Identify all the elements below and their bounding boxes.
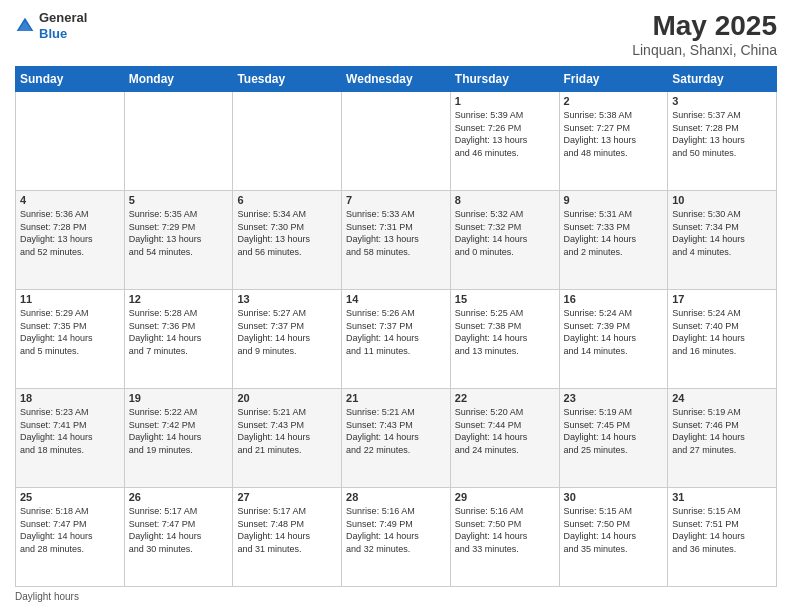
calendar-day-cell: 28Sunrise: 5:16 AM Sunset: 7:49 PM Dayli… [342,488,451,587]
calendar-day-cell: 13Sunrise: 5:27 AM Sunset: 7:37 PM Dayli… [233,290,342,389]
calendar-day-cell: 3Sunrise: 5:37 AM Sunset: 7:28 PM Daylig… [668,92,777,191]
day-number: 11 [20,293,120,305]
calendar-day-cell: 10Sunrise: 5:30 AM Sunset: 7:34 PM Dayli… [668,191,777,290]
day-info: Sunrise: 5:19 AM Sunset: 7:46 PM Dayligh… [672,406,772,456]
day-info: Sunrise: 5:24 AM Sunset: 7:40 PM Dayligh… [672,307,772,357]
day-info: Sunrise: 5:32 AM Sunset: 7:32 PM Dayligh… [455,208,555,258]
day-number: 12 [129,293,229,305]
day-number: 22 [455,392,555,404]
day-number: 30 [564,491,664,503]
logo-icon [15,16,35,36]
day-number: 16 [564,293,664,305]
day-info: Sunrise: 5:20 AM Sunset: 7:44 PM Dayligh… [455,406,555,456]
calendar-day-cell: 22Sunrise: 5:20 AM Sunset: 7:44 PM Dayli… [450,389,559,488]
calendar-header-cell: Sunday [16,67,125,92]
subtitle: Linquan, Shanxi, China [632,42,777,58]
calendar-day-cell: 18Sunrise: 5:23 AM Sunset: 7:41 PM Dayli… [16,389,125,488]
day-info: Sunrise: 5:21 AM Sunset: 7:43 PM Dayligh… [237,406,337,456]
calendar-day-cell: 8Sunrise: 5:32 AM Sunset: 7:32 PM Daylig… [450,191,559,290]
logo-blue: Blue [39,26,87,42]
logo-text: General Blue [39,10,87,41]
calendar-header-cell: Tuesday [233,67,342,92]
calendar-day-cell: 31Sunrise: 5:15 AM Sunset: 7:51 PM Dayli… [668,488,777,587]
day-number: 15 [455,293,555,305]
calendar-table: SundayMondayTuesdayWednesdayThursdayFrid… [15,66,777,587]
day-info: Sunrise: 5:15 AM Sunset: 7:51 PM Dayligh… [672,505,772,555]
calendar-day-cell: 25Sunrise: 5:18 AM Sunset: 7:47 PM Dayli… [16,488,125,587]
day-number: 24 [672,392,772,404]
calendar-day-cell: 29Sunrise: 5:16 AM Sunset: 7:50 PM Dayli… [450,488,559,587]
day-number: 19 [129,392,229,404]
day-number: 8 [455,194,555,206]
day-info: Sunrise: 5:16 AM Sunset: 7:50 PM Dayligh… [455,505,555,555]
day-number: 9 [564,194,664,206]
day-info: Sunrise: 5:26 AM Sunset: 7:37 PM Dayligh… [346,307,446,357]
calendar-day-cell [124,92,233,191]
calendar-day-cell: 12Sunrise: 5:28 AM Sunset: 7:36 PM Dayli… [124,290,233,389]
day-info: Sunrise: 5:38 AM Sunset: 7:27 PM Dayligh… [564,109,664,159]
calendar-day-cell: 6Sunrise: 5:34 AM Sunset: 7:30 PM Daylig… [233,191,342,290]
calendar-week-row: 4Sunrise: 5:36 AM Sunset: 7:28 PM Daylig… [16,191,777,290]
daylight-label: Daylight hours [15,591,79,602]
day-number: 10 [672,194,772,206]
calendar-day-cell: 14Sunrise: 5:26 AM Sunset: 7:37 PM Dayli… [342,290,451,389]
calendar-day-cell: 21Sunrise: 5:21 AM Sunset: 7:43 PM Dayli… [342,389,451,488]
calendar-day-cell: 5Sunrise: 5:35 AM Sunset: 7:29 PM Daylig… [124,191,233,290]
calendar-day-cell: 7Sunrise: 5:33 AM Sunset: 7:31 PM Daylig… [342,191,451,290]
calendar-day-cell: 30Sunrise: 5:15 AM Sunset: 7:50 PM Dayli… [559,488,668,587]
calendar-day-cell: 4Sunrise: 5:36 AM Sunset: 7:28 PM Daylig… [16,191,125,290]
day-number: 20 [237,392,337,404]
day-info: Sunrise: 5:17 AM Sunset: 7:47 PM Dayligh… [129,505,229,555]
calendar-week-row: 11Sunrise: 5:29 AM Sunset: 7:35 PM Dayli… [16,290,777,389]
calendar-day-cell [16,92,125,191]
calendar-day-cell: 16Sunrise: 5:24 AM Sunset: 7:39 PM Dayli… [559,290,668,389]
calendar-day-cell: 2Sunrise: 5:38 AM Sunset: 7:27 PM Daylig… [559,92,668,191]
calendar-day-cell: 23Sunrise: 5:19 AM Sunset: 7:45 PM Dayli… [559,389,668,488]
day-number: 4 [20,194,120,206]
calendar-day-cell: 27Sunrise: 5:17 AM Sunset: 7:48 PM Dayli… [233,488,342,587]
day-info: Sunrise: 5:36 AM Sunset: 7:28 PM Dayligh… [20,208,120,258]
day-number: 23 [564,392,664,404]
calendar-week-row: 25Sunrise: 5:18 AM Sunset: 7:47 PM Dayli… [16,488,777,587]
day-number: 6 [237,194,337,206]
day-info: Sunrise: 5:33 AM Sunset: 7:31 PM Dayligh… [346,208,446,258]
day-number: 31 [672,491,772,503]
day-info: Sunrise: 5:21 AM Sunset: 7:43 PM Dayligh… [346,406,446,456]
day-number: 21 [346,392,446,404]
header: General Blue May 2025 Linquan, Shanxi, C… [15,10,777,58]
day-number: 2 [564,95,664,107]
calendar-day-cell: 9Sunrise: 5:31 AM Sunset: 7:33 PM Daylig… [559,191,668,290]
calendar-header-cell: Wednesday [342,67,451,92]
footer: Daylight hours [15,591,777,602]
calendar-header-cell: Monday [124,67,233,92]
calendar-week-row: 18Sunrise: 5:23 AM Sunset: 7:41 PM Dayli… [16,389,777,488]
day-info: Sunrise: 5:31 AM Sunset: 7:33 PM Dayligh… [564,208,664,258]
main-title: May 2025 [632,10,777,42]
calendar-day-cell: 17Sunrise: 5:24 AM Sunset: 7:40 PM Dayli… [668,290,777,389]
day-number: 3 [672,95,772,107]
calendar-week-row: 1Sunrise: 5:39 AM Sunset: 7:26 PM Daylig… [16,92,777,191]
day-number: 28 [346,491,446,503]
calendar-day-cell: 1Sunrise: 5:39 AM Sunset: 7:26 PM Daylig… [450,92,559,191]
day-info: Sunrise: 5:17 AM Sunset: 7:48 PM Dayligh… [237,505,337,555]
calendar-day-cell [342,92,451,191]
day-info: Sunrise: 5:23 AM Sunset: 7:41 PM Dayligh… [20,406,120,456]
day-info: Sunrise: 5:35 AM Sunset: 7:29 PM Dayligh… [129,208,229,258]
day-info: Sunrise: 5:16 AM Sunset: 7:49 PM Dayligh… [346,505,446,555]
calendar-day-cell: 20Sunrise: 5:21 AM Sunset: 7:43 PM Dayli… [233,389,342,488]
day-info: Sunrise: 5:37 AM Sunset: 7:28 PM Dayligh… [672,109,772,159]
calendar-header-cell: Saturday [668,67,777,92]
day-number: 26 [129,491,229,503]
day-number: 13 [237,293,337,305]
logo: General Blue [15,10,87,41]
day-info: Sunrise: 5:22 AM Sunset: 7:42 PM Dayligh… [129,406,229,456]
title-block: May 2025 Linquan, Shanxi, China [632,10,777,58]
day-info: Sunrise: 5:28 AM Sunset: 7:36 PM Dayligh… [129,307,229,357]
day-number: 14 [346,293,446,305]
calendar-day-cell: 15Sunrise: 5:25 AM Sunset: 7:38 PM Dayli… [450,290,559,389]
day-number: 18 [20,392,120,404]
day-info: Sunrise: 5:19 AM Sunset: 7:45 PM Dayligh… [564,406,664,456]
day-info: Sunrise: 5:27 AM Sunset: 7:37 PM Dayligh… [237,307,337,357]
day-number: 1 [455,95,555,107]
day-number: 25 [20,491,120,503]
